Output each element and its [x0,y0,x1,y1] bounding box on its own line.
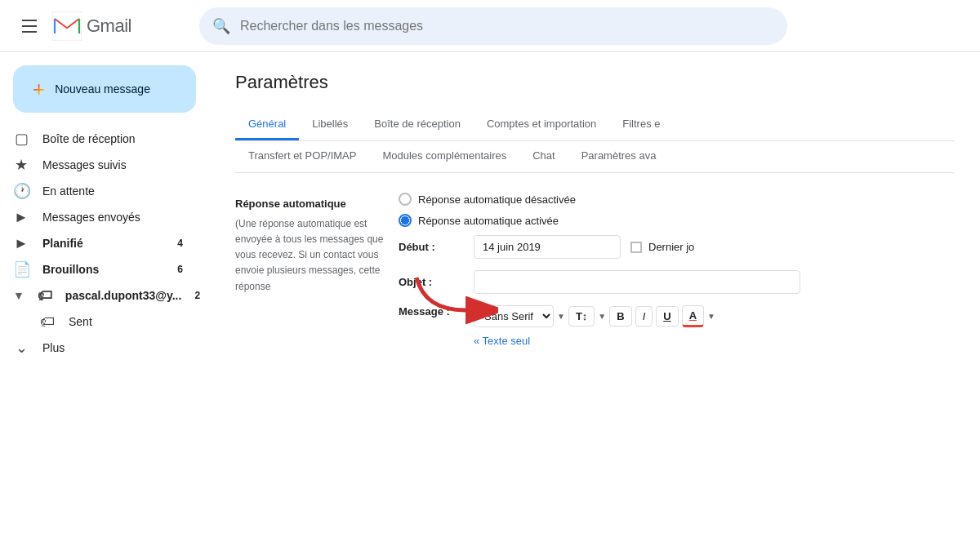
sidebar-drafts-label: Brouillons [42,263,164,276]
draft-icon: 📄 [13,260,29,278]
sub-label-icon: 🏷 [39,313,56,331]
tab-filters[interactable]: Filtres e [609,109,673,140]
tab-accounts[interactable]: Comptes et importation [474,109,609,140]
search-input[interactable] [240,19,774,33]
auto-reply-off-option[interactable]: Réponse automatique désactivée [399,193,954,206]
auto-reply-label-text: Réponse automatique [235,198,346,210]
tab-inbox[interactable]: Boîte de réception [361,109,474,140]
search-icon: 🔍 [212,17,230,35]
gmail-m-icon [52,11,82,41]
auto-reply-sublabel: (Une réponse automatique est envoyée à t… [235,216,399,295]
hamburger-line [22,25,37,27]
compose-plus-icon: + [33,78,45,100]
sidebar-more-label: Plus [42,341,183,354]
logo-area: Gmail [13,10,193,42]
message-row: Message : Sans Serif ▼ T↕ ▼ B I U [399,305,954,347]
star-icon: ★ [13,156,29,174]
auto-reply-off-label: Réponse automatique désactivée [418,193,576,206]
compose-label: Nouveau message [55,82,150,96]
sidebar: + Nouveau message ▢ Boîte de réception ★… [0,52,209,551]
radio-off-circle [399,193,412,206]
sidebar-item-sent-sub[interactable]: 🏷 Sent [0,309,196,335]
sidebar-item-drafts[interactable]: 📄 Brouillons 6 [0,256,196,282]
gmail-text: Gmail [87,16,131,37]
tab-params-adv[interactable]: Paramètres ava [568,141,670,172]
begin-date-input[interactable] [474,235,621,259]
more-icon: ⌄ [13,339,29,357]
auto-reply-on-label: Réponse automatique activée [418,215,559,227]
font-size-chevron-icon: ▼ [598,312,606,321]
page-title: Paramètres [235,72,954,93]
hamburger-line [22,20,37,21]
tab-transfer[interactable]: Transfert et POP/IMAP [235,141,369,172]
sidebar-sent-sub-label: Sent [69,315,183,328]
sidebar-scheduled-count: 4 [177,238,183,249]
tab-modules[interactable]: Modules complémentaires [369,141,519,172]
last-day-text: Dernier jo [648,241,694,253]
header: Gmail 🔍 [0,0,980,52]
underline-button[interactable]: U [656,306,678,327]
sidebar-starred-label: Messages suivis [42,158,183,171]
compose-button[interactable]: + Nouveau message [13,65,196,113]
tab-labels[interactable]: Libellés [299,109,361,140]
sidebar-item-scheduled[interactable]: ► Planifié 4 [0,230,196,256]
inbox-icon: ▢ [13,130,29,148]
italic-button[interactable]: I [635,306,653,327]
scheduled-icon: ► [13,235,29,252]
begin-label: Début : [399,241,464,253]
texte-seul-link[interactable]: « Texte seul [474,335,530,347]
tab-general[interactable]: Général [235,109,299,140]
send-icon: ► [13,209,29,226]
last-day-label[interactable]: Dernier jo [630,241,694,253]
search-bar[interactable]: 🔍 [199,7,787,45]
sidebar-account-count: 2 [194,290,200,301]
sidebar-item-account[interactable]: ▼ 🏷 pascal.dupont33@y... 2 [0,282,196,309]
chevron-down-icon: ▼ [557,312,565,321]
auto-reply-on-option[interactable]: Réponse automatique activée [399,214,954,227]
auto-reply-content: Réponse automatique désactivée Réponse a… [399,193,954,358]
text-color-button[interactable]: A [682,305,704,327]
tabs-row-2: Transfert et POP/IMAP Modules complément… [235,141,954,173]
tab-chat[interactable]: Chat [519,141,568,172]
sidebar-item-snoozed[interactable]: 🕐 En attente [0,178,196,204]
last-day-checkbox [630,242,642,253]
gmail-logo: Gmail [52,11,131,41]
subject-input[interactable] [474,270,800,294]
sidebar-inbox-label: Boîte de réception [42,132,183,145]
auto-reply-section: Réponse automatique (Une réponse automat… [235,193,954,358]
sidebar-sent-label: Messages envoyés [42,211,183,224]
hamburger-button[interactable] [13,10,46,42]
subject-label: Objet : [399,276,464,288]
sidebar-item-inbox[interactable]: ▢ Boîte de réception [0,126,196,152]
message-label: Message : [399,305,464,318]
begin-date-row: Début : Dernier jo [399,235,954,259]
message-toolbar: Sans Serif ▼ T↕ ▼ B I U A ▼ [474,305,715,327]
expand-icon: ▼ [13,289,24,302]
font-size-button[interactable]: T↕ [568,306,595,327]
label-icon: 🏷 [38,287,52,304]
main-content: Paramètres Général Libellés Boîte de réc… [209,52,980,551]
message-editor: Sans Serif ▼ T↕ ▼ B I U A ▼ « Texte [474,305,715,347]
sidebar-item-starred[interactable]: ★ Messages suivis [0,152,196,178]
radio-on-circle [399,214,412,227]
sidebar-drafts-count: 6 [177,264,183,275]
sidebar-account-label: pascal.dupont33@y... [65,289,182,302]
clock-icon: 🕐 [13,182,29,200]
font-select[interactable]: Sans Serif [474,305,554,327]
sidebar-item-sent[interactable]: ► Messages envoyés [0,204,196,230]
auto-reply-label: Réponse automatique (Une réponse automat… [235,193,399,358]
subject-row: Objet : [399,270,954,294]
tabs-row-1: Général Libellés Boîte de réception Comp… [235,109,954,141]
bold-button[interactable]: B [609,306,631,327]
sidebar-scheduled-label: Planifié [42,237,164,250]
color-chevron-icon: ▼ [707,312,715,321]
sidebar-item-more[interactable]: ⌄ Plus [0,335,196,361]
hamburger-line [22,31,37,33]
main-layout: + Nouveau message ▢ Boîte de réception ★… [0,52,980,551]
sidebar-snoozed-label: En attente [42,184,183,198]
